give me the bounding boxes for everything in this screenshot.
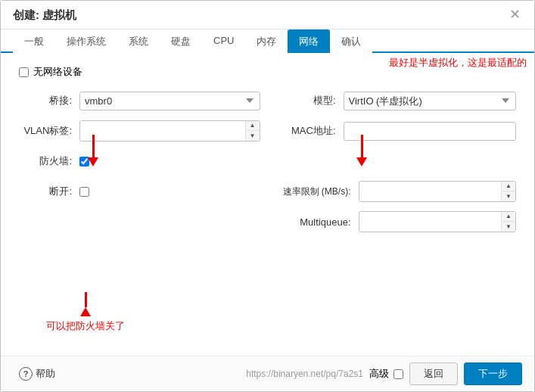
vlan-down-btn[interactable]: ▼ bbox=[246, 131, 260, 141]
form-right: 模型: VirtIO (半虚拟化) MAC地址: auto bbox=[275, 89, 517, 241]
vlan-control: no VLAN ▲ ▼ bbox=[79, 120, 260, 142]
rate-spinner-btns: ▲ ▼ bbox=[501, 182, 515, 201]
spacer-row bbox=[275, 150, 517, 173]
rate-spinner: unlimited ▲ ▼ bbox=[359, 181, 517, 202]
dialog-title: 创建: 虚拟机 bbox=[13, 8, 76, 29]
bridge-row: 桥接: vmbr0 bbox=[19, 89, 260, 112]
vlan-row: VLAN标签: no VLAN ▲ ▼ bbox=[19, 120, 260, 142]
firewall-control bbox=[79, 157, 260, 166]
disconnect-row: 断开: bbox=[19, 180, 260, 203]
no-network-label[interactable]: 无网络设备 bbox=[33, 65, 82, 79]
vlan-up-btn[interactable]: ▲ bbox=[246, 121, 260, 131]
rate-label: 速率限制 (MB/s): bbox=[275, 185, 359, 198]
annotation-bottom-left: 可以把防火墙关了 bbox=[46, 292, 125, 333]
model-select[interactable]: VirtIO (半虚拟化) bbox=[344, 92, 517, 110]
tab-system[interactable]: 系统 bbox=[117, 30, 160, 53]
advanced-checkbox[interactable] bbox=[393, 369, 403, 379]
model-control: VirtIO (半虚拟化) bbox=[344, 92, 517, 110]
multiqueue-spinner: ▲ ▼ bbox=[359, 211, 517, 232]
tab-os[interactable]: 操作系统 bbox=[55, 30, 117, 53]
disconnect-checkbox[interactable] bbox=[79, 187, 89, 197]
advanced-label: 高级 bbox=[369, 367, 389, 381]
firewall-label: 防火墙: bbox=[19, 154, 79, 168]
next-button[interactable]: 下一步 bbox=[464, 362, 522, 385]
footer-left: ? 帮助 bbox=[13, 364, 61, 384]
mac-row: MAC地址: auto bbox=[275, 120, 517, 142]
no-network-checkbox[interactable] bbox=[19, 67, 29, 77]
footer-right: https://binaryen.net/pq/7a2s1 高级 返回 下一步 bbox=[246, 362, 522, 385]
multiqueue-row: Multiqueue: ▲ ▼ bbox=[275, 210, 517, 233]
firewall-checkbox[interactable] bbox=[79, 157, 89, 166]
model-label: 模型: bbox=[275, 94, 344, 107]
multiqueue-control: ▲ ▼ bbox=[359, 211, 517, 232]
close-button[interactable]: ✕ bbox=[507, 7, 522, 22]
firewall-row: 防火墙: bbox=[19, 150, 260, 173]
help-icon: ? bbox=[19, 367, 33, 381]
rate-control: unlimited ▲ ▼ bbox=[359, 181, 517, 202]
create-vm-dialog: 创建: 虚拟机 ✕ 一般 操作系统 系统 硬盘 CPU 内存 网络 确认 最好是… bbox=[0, 0, 535, 392]
tab-confirm[interactable]: 确认 bbox=[330, 30, 372, 53]
vlan-spinner-btns: ▲ ▼ bbox=[245, 121, 260, 141]
tab-disk[interactable]: 硬盘 bbox=[160, 30, 202, 53]
mac-label: MAC地址: bbox=[275, 124, 344, 138]
tab-cpu[interactable]: CPU bbox=[202, 30, 245, 53]
disconnect-control bbox=[79, 187, 260, 197]
dialog-footer: ? 帮助 https://binaryen.net/pq/7a2s1 高级 返回… bbox=[1, 356, 534, 391]
rate-row: 速率限制 (MB/s): unlimited ▲ ▼ bbox=[275, 180, 517, 203]
form-left: 桥接: vmbr0 VLAN标签: no VLAN ▲ bbox=[19, 89, 260, 241]
rate-input[interactable]: unlimited bbox=[359, 183, 502, 201]
help-label: 帮助 bbox=[36, 367, 55, 381]
vlan-label: VLAN标签: bbox=[19, 124, 79, 138]
form-grid: 桥接: vmbr0 VLAN标签: no VLAN ▲ bbox=[19, 89, 516, 241]
help-button[interactable]: ? 帮助 bbox=[13, 364, 61, 384]
rate-down-btn[interactable]: ▼ bbox=[502, 191, 515, 201]
vlan-spinner: no VLAN ▲ ▼ bbox=[79, 120, 260, 142]
dialog-body: 最好是半虚拟化，这是最适配的 无网络设备 桥接: vmbr0 bbox=[1, 53, 534, 356]
advanced-row: 高级 bbox=[369, 367, 403, 381]
tab-memory[interactable]: 内存 bbox=[245, 30, 288, 53]
tab-general[interactable]: 一般 bbox=[13, 30, 55, 53]
url-text: https://binaryen.net/pq/7a2s1 bbox=[246, 369, 363, 379]
multiqueue-input[interactable] bbox=[359, 213, 502, 231]
multiqueue-label: Multiqueue: bbox=[275, 216, 359, 228]
bridge-control: vmbr0 bbox=[79, 92, 260, 110]
multiqueue-up-btn[interactable]: ▲ bbox=[502, 212, 515, 222]
dialog-header: 创建: 虚拟机 ✕ bbox=[1, 1, 534, 30]
mac-control: auto bbox=[344, 122, 517, 141]
rate-up-btn[interactable]: ▲ bbox=[502, 182, 515, 191]
bridge-label: 桥接: bbox=[19, 94, 79, 107]
back-button[interactable]: 返回 bbox=[409, 362, 458, 385]
disconnect-label: 断开: bbox=[19, 185, 79, 198]
tab-network[interactable]: 网络 bbox=[288, 30, 330, 53]
no-network-row: 无网络设备 bbox=[19, 65, 516, 79]
mac-input[interactable]: auto bbox=[344, 122, 517, 141]
bridge-select[interactable]: vmbr0 bbox=[79, 92, 260, 110]
multiqueue-spinner-btns: ▲ ▼ bbox=[501, 212, 515, 232]
vlan-input[interactable]: no VLAN bbox=[80, 123, 245, 140]
multiqueue-down-btn[interactable]: ▼ bbox=[502, 222, 515, 232]
tab-bar: 一般 操作系统 系统 硬盘 CPU 内存 网络 确认 bbox=[1, 30, 534, 53]
model-row: 模型: VirtIO (半虚拟化) bbox=[275, 89, 517, 112]
